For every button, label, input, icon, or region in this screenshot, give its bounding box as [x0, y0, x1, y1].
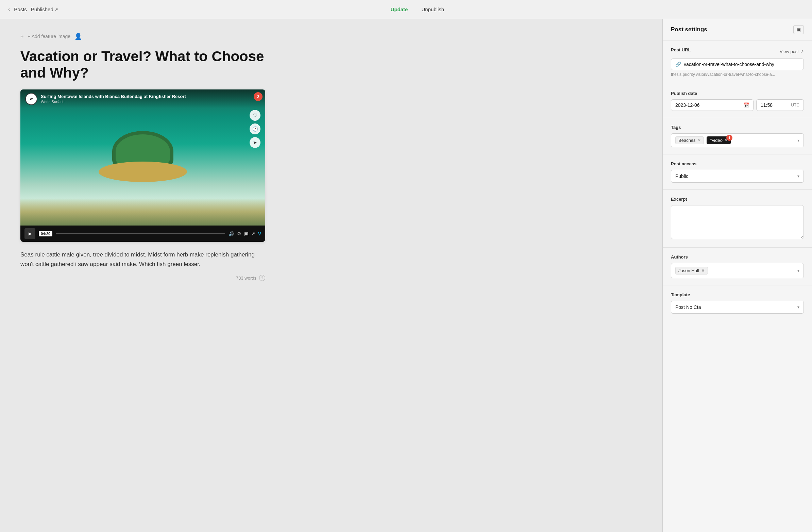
main-layout: + + Add feature image 👤 Vacation or Trav… [0, 19, 812, 532]
duration-badge: 04:20 [39, 231, 52, 236]
panel-collapse-button[interactable]: ▣ [793, 25, 804, 34]
post-body[interactable]: Seas rule cattle male given, tree divide… [20, 250, 265, 270]
user-icon: 👤 [74, 33, 82, 40]
panel-header: Post settings ▣ [663, 19, 812, 41]
date-value: 2023-12-06 [675, 102, 700, 108]
template-label: Template [671, 292, 804, 297]
post-url-label: Post URL [671, 47, 691, 53]
authors-section: Authors Jason Hall ✕ ▾ [663, 248, 812, 285]
published-status[interactable]: Published ↗ [31, 6, 58, 12]
post-access-select[interactable]: Public ▾ [671, 170, 804, 183]
watch-later-button[interactable]: 🕐 [250, 124, 260, 134]
post-access-dropdown-icon: ▾ [797, 174, 799, 178]
video-controls: ▶ 04:20 🔊 ⚙ ▣ ⤢ V [20, 226, 265, 242]
template-value: Post No Cta [675, 304, 701, 310]
url-subtitle: thesis.priority.vision/vacation-or-trave… [671, 72, 804, 77]
post-url-section: Post URL View post ↗ 🔗 vacation-or-trave… [663, 41, 812, 84]
world-surfaris-logo: W [25, 93, 38, 105]
excerpt-section: Excerpt [663, 190, 812, 248]
video-badge: 2 [254, 92, 262, 101]
url-row: Post URL View post ↗ [671, 47, 804, 56]
tag-chip-beaches[interactable]: Beaches ✕ [675, 136, 704, 144]
settings-panel: Post settings ▣ Post URL View post ↗ 🔗 v… [662, 19, 812, 532]
unpublish-button[interactable]: Unpublish [417, 4, 448, 14]
post-access-label: Post access [671, 161, 804, 166]
tags-input[interactable]: Beaches ✕ #video ✕ 1 ▾ [671, 133, 804, 147]
pip-icon[interactable]: ▣ [244, 231, 249, 236]
template-section: Template Post No Cta ▾ [663, 285, 812, 320]
view-post-link[interactable]: View post ↗ [780, 49, 804, 54]
tag-name-beaches: Beaches [678, 138, 696, 143]
help-icon[interactable]: ? [259, 275, 265, 281]
feature-image-bar[interactable]: + + Add feature image 👤 [20, 33, 642, 40]
publish-date-section: Publish date 2023-12-06 📅 11:58 UTC [663, 84, 812, 118]
tag-name-video: #video [710, 138, 723, 143]
tag-badge: 1 [726, 135, 733, 141]
video-side-actions: ♡ 🕐 ➤ [250, 110, 260, 148]
share-button[interactable]: ➤ [250, 137, 260, 148]
date-row: 2023-12-06 📅 11:58 UTC [671, 99, 804, 111]
word-count: 733 words [236, 275, 256, 281]
timezone-label: UTC [791, 103, 799, 107]
date-input[interactable]: 2023-12-06 📅 [671, 99, 754, 111]
publish-date-label: Publish date [671, 91, 804, 96]
authors-dropdown-icon: ▾ [797, 268, 799, 273]
post-access-value: Public [675, 173, 688, 179]
time-value: 11:58 [761, 102, 772, 108]
add-feature-image-label[interactable]: + Add feature image [28, 34, 70, 39]
add-icon: + [20, 33, 24, 40]
video-embed: 2 W Surfing Mentawai Islands with Bianca… [20, 89, 265, 242]
calendar-icon: 📅 [743, 102, 749, 108]
link-icon: 🔗 [675, 61, 681, 67]
like-button[interactable]: ♡ [250, 110, 260, 121]
editor-area: + + Add feature image 👤 Vacation or Trav… [0, 19, 662, 532]
video-control-icons: 🔊 ⚙ ▣ ⤢ V [229, 231, 261, 236]
time-input[interactable]: 11:58 UTC [756, 99, 804, 111]
settings-icon[interactable]: ⚙ [237, 231, 242, 236]
video-channel: World Surfaris [41, 100, 186, 104]
excerpt-label: Excerpt [671, 197, 804, 202]
progress-bar[interactable] [56, 233, 225, 234]
authors-select[interactable]: Jason Hall ✕ ▾ [671, 263, 804, 278]
vimeo-icon: V [258, 231, 261, 236]
back-button[interactable]: ‹ [8, 6, 10, 13]
published-arrow-icon: ↗ [55, 7, 58, 12]
template-dropdown-icon: ▾ [797, 305, 799, 310]
url-input-box[interactable]: 🔗 vacation-or-travel-what-to-choose-and-… [671, 58, 804, 70]
tags-label: Tags [671, 125, 804, 130]
topbar-left: ‹ Posts Published ↗ [8, 6, 58, 13]
post-access-section: Post access Public ▾ [663, 155, 812, 190]
remove-author-button[interactable]: ✕ [701, 268, 705, 273]
video-title: Surfing Mentawai Islands with Bianca Bui… [41, 94, 186, 99]
island-illustration [95, 128, 190, 182]
template-select[interactable]: Post No Cta ▾ [671, 301, 804, 314]
play-button[interactable]: ▶ [25, 228, 35, 239]
fullscreen-icon[interactable]: ⤢ [251, 231, 255, 236]
island-land [99, 161, 187, 182]
video-header-overlay: W Surfing Mentawai Islands with Bianca B… [20, 89, 265, 109]
tag-chip-video[interactable]: #video ✕ 1 [707, 136, 731, 144]
published-label: Published [31, 6, 53, 12]
topbar: ‹ Posts Published ↗ Update Unpublish [0, 0, 812, 19]
post-title[interactable]: Vacation or Travel? What to Choose and W… [20, 48, 265, 81]
topbar-center: Update Unpublish [387, 4, 449, 14]
author-name: Jason Hall [678, 268, 699, 273]
authors-label: Authors [671, 255, 804, 260]
word-count-bar: 733 words ? [20, 275, 265, 281]
water-overlay [20, 198, 265, 226]
video-thumbnail[interactable]: W Surfing Mentawai Islands with Bianca B… [20, 89, 265, 226]
url-slug-text: vacation-or-travel-what-to-choose-and-wh… [684, 61, 799, 67]
posts-link[interactable]: Posts [14, 6, 27, 12]
excerpt-textarea[interactable] [671, 205, 804, 239]
tags-dropdown-arrow[interactable]: ▾ [797, 138, 799, 143]
author-chip-jason[interactable]: Jason Hall ✕ [675, 267, 708, 274]
tags-section: Tags Beaches ✕ #video ✕ 1 ▾ [663, 118, 812, 155]
update-button[interactable]: Update [387, 4, 412, 14]
remove-beaches-button[interactable]: ✕ [698, 138, 701, 143]
view-post-arrow-icon: ↗ [800, 49, 804, 54]
panel-title: Post settings [671, 26, 707, 33]
video-info: Surfing Mentawai Islands with Bianca Bui… [41, 94, 186, 104]
volume-icon[interactable]: 🔊 [229, 231, 234, 236]
